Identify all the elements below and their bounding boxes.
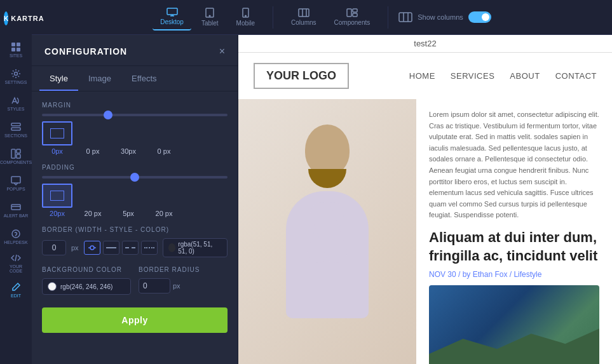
show-columns-switch[interactable] bbox=[468, 11, 491, 23]
svg-rect-3 bbox=[17, 48, 20, 51]
radius-unit: px bbox=[173, 282, 180, 290]
tablet-btn[interactable]: Tablet bbox=[194, 4, 226, 30]
sidebar-item-styles[interactable]: STYLES bbox=[3, 90, 29, 116]
padding-slider-row bbox=[42, 176, 228, 179]
svg-rect-19 bbox=[347, 9, 351, 17]
bg-color-text: rgb(246, 246, 246) bbox=[60, 283, 112, 290]
page-name: test22 bbox=[414, 39, 436, 48]
dashed-line-icon bbox=[125, 247, 135, 248]
columns-btn[interactable]: Columns bbox=[283, 4, 323, 30]
sidebar-item-sections[interactable]: SECTIONS bbox=[3, 117, 29, 142]
padding-bottom-value: 5px bbox=[123, 210, 134, 217]
svg-rect-5 bbox=[11, 123, 20, 126]
person-arms bbox=[264, 201, 391, 264]
layout-group: Columns Components bbox=[283, 4, 377, 30]
padding-left-spacer bbox=[149, 184, 179, 208]
border-color-text: rgba(51, 51, 51, 0) bbox=[178, 241, 222, 255]
border-color-dot bbox=[168, 243, 176, 252]
sidebar-item-settings[interactable]: SETTINGS bbox=[3, 64, 29, 89]
svg-rect-20 bbox=[353, 9, 357, 12]
sidebar-item-alert-bar[interactable]: ALERT BAR bbox=[3, 197, 29, 222]
left-sidebar: K KARTRA SITES SETTINGS STYLES SECTIONS … bbox=[0, 0, 32, 364]
padding-section: PADDING 20px 20 px bbox=[42, 164, 228, 217]
svg-rect-1 bbox=[17, 43, 20, 46]
border-radius-input[interactable] bbox=[139, 278, 170, 293]
desktop-btn[interactable]: Desktop bbox=[153, 4, 191, 30]
background-color-section: BACKGROUND COLOR rgb(246, 246, 246) bbox=[42, 266, 131, 295]
border-label: BORDER (WIDTH - STYLE - COLOR) bbox=[42, 226, 228, 233]
person-beard bbox=[308, 169, 346, 188]
svg-rect-0 bbox=[11, 43, 15, 46]
padding-left-control: 20 px bbox=[149, 184, 179, 217]
margin-bottom-spacer bbox=[113, 121, 144, 145]
margin-bottom-value: 30px bbox=[121, 147, 136, 155]
preview-right: Lorem ipsum dolor sit amet, consectetur … bbox=[416, 99, 612, 364]
svg-rect-11 bbox=[11, 205, 20, 210]
padding-inner-box bbox=[50, 191, 64, 201]
bg-color-input[interactable]: rgb(246, 246, 246) bbox=[42, 278, 131, 295]
cliff-shape bbox=[429, 323, 599, 364]
margin-slider-row bbox=[42, 114, 228, 116]
margin-left-spacer bbox=[149, 121, 179, 145]
svg-rect-21 bbox=[353, 13, 357, 17]
main-area: Desktop Tablet Mobile Columns Components bbox=[32, 0, 612, 364]
components-btn[interactable]: Components bbox=[327, 4, 378, 30]
top-toolbar: Desktop Tablet Mobile Columns Components bbox=[32, 0, 612, 35]
margin-slider[interactable] bbox=[42, 114, 228, 116]
tab-style[interactable]: Style bbox=[39, 66, 78, 91]
svg-point-17 bbox=[245, 15, 247, 17]
sidebar-item-components[interactable]: COMPONENTS bbox=[3, 144, 29, 169]
sidebar-item-sites[interactable]: SITES bbox=[3, 37, 29, 62]
bg-radius-row: BACKGROUND COLOR rgb(246, 246, 246) BORD… bbox=[42, 266, 228, 295]
sidebar-item-your-code[interactable]: YOUR CODE bbox=[3, 250, 29, 276]
svg-rect-22 bbox=[399, 13, 412, 22]
margin-inputs: 0px 0 px 30px 0 px bbox=[42, 121, 228, 155]
padding-left-value: 20 px bbox=[156, 210, 173, 217]
padding-slider[interactable] bbox=[42, 176, 228, 179]
nav-home[interactable]: HOME bbox=[409, 71, 435, 81]
nav-about[interactable]: ABOUT bbox=[510, 71, 540, 81]
border-style-none[interactable] bbox=[84, 241, 100, 255]
content-row: CONFIGURATION × Style Image Effects MARG… bbox=[32, 35, 612, 364]
margin-inner-box bbox=[50, 128, 64, 138]
margin-right-value: 0 px bbox=[86, 147, 100, 155]
border-width-input[interactable] bbox=[42, 240, 66, 255]
border-radius-section: BORDER RADIUS px bbox=[139, 266, 228, 295]
kartra-logo-icon: K bbox=[4, 11, 8, 25]
padding-top-value: 20px bbox=[50, 210, 65, 217]
border-section: BORDER (WIDTH - STYLE - COLOR) px bbox=[42, 226, 228, 257]
show-columns-toggle[interactable]: Show columns bbox=[398, 11, 491, 23]
nav-contact[interactable]: CONTACT bbox=[555, 71, 597, 81]
person-figure bbox=[264, 112, 391, 364]
svg-rect-6 bbox=[11, 128, 20, 130]
sidebar-item-popups[interactable]: POPUPS bbox=[3, 170, 29, 196]
sidebar-item-helpdesk[interactable]: HELPDESK bbox=[3, 224, 29, 249]
margin-right-spacer bbox=[78, 121, 108, 145]
svg-rect-7 bbox=[11, 149, 15, 158]
border-color-swatch[interactable]: rgba(51, 51, 51, 0) bbox=[163, 238, 228, 257]
tab-effects[interactable]: Effects bbox=[121, 66, 167, 91]
padding-visual-box bbox=[42, 184, 72, 208]
close-button[interactable]: × bbox=[219, 46, 225, 57]
border-unit: px bbox=[71, 244, 79, 252]
svg-rect-9 bbox=[17, 154, 20, 158]
bg-color-circle bbox=[48, 282, 57, 291]
margin-visual-box bbox=[42, 121, 72, 145]
margin-bottom-control: 30px bbox=[113, 121, 144, 155]
margin-section: MARGIN 0px 0 px bbox=[42, 102, 228, 155]
margin-right-control: 0 px bbox=[78, 121, 108, 155]
apply-button[interactable]: Apply bbox=[42, 307, 228, 333]
canvas-area: test22 YOUR LOGO HOME SERVICES ABOUT CON… bbox=[238, 35, 612, 364]
border-style-solid[interactable] bbox=[103, 241, 119, 255]
nav-services[interactable]: SERVICES bbox=[451, 71, 495, 81]
margin-top-value: 0px bbox=[51, 147, 63, 155]
border-style-dashed[interactable] bbox=[122, 241, 139, 255]
mobile-btn[interactable]: Mobile bbox=[229, 4, 262, 30]
sidebar-item-edit[interactable]: EDIT bbox=[3, 277, 29, 302]
svg-rect-8 bbox=[17, 149, 20, 153]
tab-image[interactable]: Image bbox=[78, 66, 121, 91]
person-image bbox=[238, 99, 416, 364]
padding-box-visual: 20px bbox=[42, 184, 72, 217]
border-style-dotted[interactable] bbox=[141, 241, 158, 255]
preview-nav: YOUR LOGO HOME SERVICES ABOUT CONTACT bbox=[238, 53, 612, 99]
